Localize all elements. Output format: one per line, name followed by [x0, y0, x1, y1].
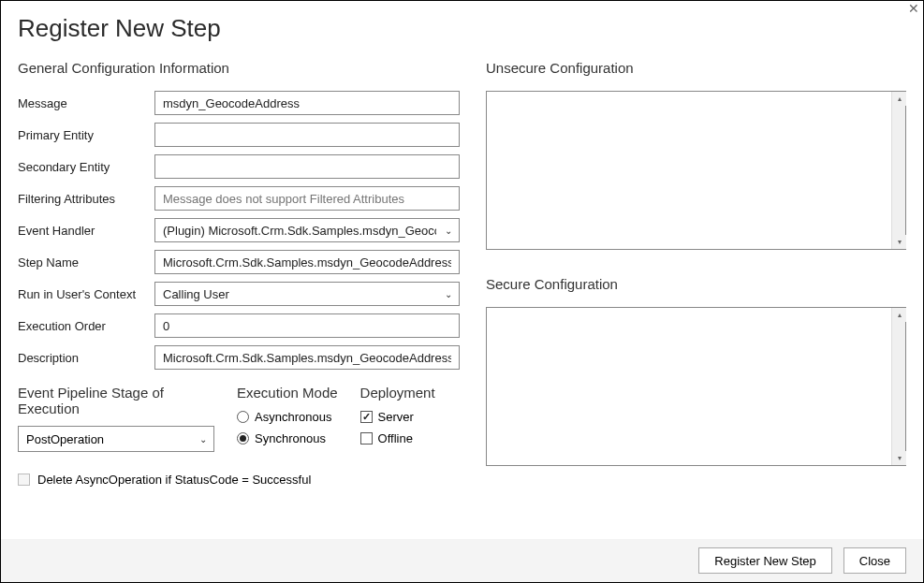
close-icon[interactable]: ✕ [908, 1, 919, 16]
radio-asynchronous[interactable]: Asynchronous [237, 410, 338, 424]
event-handler-select[interactable]: (Plugin) Microsoft.Crm.Sdk.Samples.msdyn… [154, 218, 460, 242]
checkbox-offline[interactable]: Offline [360, 431, 435, 445]
scroll-up-icon[interactable]: ▴ [892, 308, 906, 322]
close-button[interactable]: Close [843, 547, 906, 574]
secure-section-header: Secure Configuration [486, 276, 906, 292]
pipeline-stage-select[interactable]: PostOperation [18, 426, 214, 452]
checkbox-icon [360, 411, 373, 423]
radio-synchronous[interactable]: Synchronous [237, 431, 338, 445]
label-message: Message [18, 96, 154, 110]
dialog-title: Register New Step [1, 1, 923, 60]
scroll-down-icon[interactable]: ▾ [892, 235, 906, 249]
label-description: Description [18, 351, 154, 365]
execution-order-input[interactable] [154, 313, 460, 338]
radio-sync-label: Synchronous [255, 431, 326, 445]
checkbox-delete-async: Delete AsyncOperation if StatusCode = Su… [18, 473, 460, 487]
checkbox-icon [18, 474, 30, 486]
scroll-up-icon[interactable]: ▴ [892, 92, 906, 106]
description-input[interactable] [154, 345, 460, 370]
checkbox-icon [360, 432, 373, 445]
pipeline-section-header: Event Pipeline Stage of Execution [18, 385, 214, 416]
run-context-select[interactable]: Calling User [154, 282, 460, 306]
label-step-name: Step Name [18, 255, 154, 270]
label-run-context: Run in User's Context [18, 287, 154, 301]
radio-icon [237, 411, 249, 423]
label-secondary-entity: Secondary Entity [18, 160, 154, 174]
label-event-handler: Event Handler [18, 224, 154, 238]
checkbox-offline-label: Offline [378, 431, 413, 445]
message-input[interactable] [154, 91, 460, 115]
label-primary-entity: Primary Entity [18, 128, 154, 142]
deployment-header: Deployment [360, 385, 435, 401]
unsecure-section-header: Unsecure Configuration [486, 60, 906, 76]
radio-icon [237, 432, 249, 445]
checkbox-server[interactable]: Server [360, 410, 435, 424]
general-section-header: General Configuration Information [18, 60, 460, 76]
execution-mode-header: Execution Mode [237, 385, 338, 401]
checkbox-server-label: Server [378, 410, 414, 424]
primary-entity-input[interactable] [154, 123, 460, 147]
label-filtering-attributes: Filtering Attributes [18, 192, 154, 206]
radio-async-label: Asynchronous [255, 410, 331, 424]
unsecure-config-textarea[interactable] [487, 92, 891, 249]
delete-async-label: Delete AsyncOperation if StatusCode = Su… [37, 473, 311, 487]
register-new-step-button[interactable]: Register New Step [698, 547, 831, 574]
scrollbar[interactable]: ▴ ▾ [891, 92, 905, 249]
label-execution-order: Execution Order [18, 319, 154, 333]
secondary-entity-input[interactable] [154, 154, 460, 179]
scrollbar[interactable]: ▴ ▾ [891, 308, 905, 465]
secure-config-textarea[interactable] [487, 308, 891, 465]
filtering-attributes-input [154, 186, 460, 211]
scroll-down-icon[interactable]: ▾ [892, 451, 906, 465]
step-name-input[interactable] [154, 250, 460, 274]
